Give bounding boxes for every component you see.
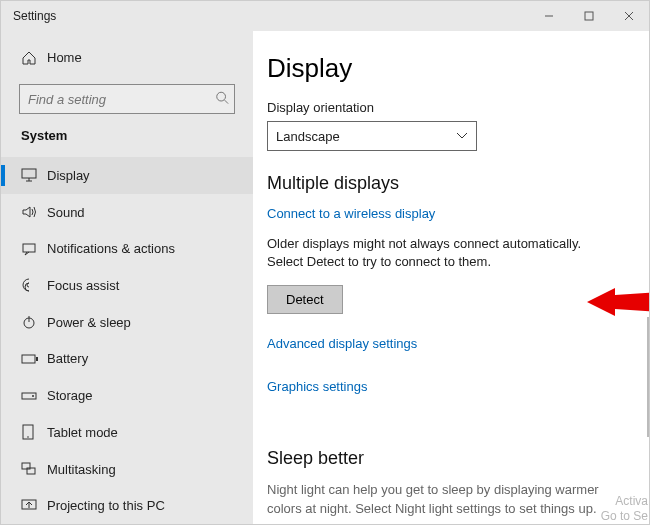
- page-title: Display: [267, 53, 635, 84]
- sidebar-item-power-sleep[interactable]: Power & sleep: [1, 304, 253, 341]
- chevron-down-icon: [456, 130, 468, 142]
- settings-window: Settings Home System: [0, 0, 650, 525]
- storage-icon: [21, 390, 47, 402]
- tablet-icon: [21, 424, 47, 440]
- sidebar-item-label: Power & sleep: [47, 315, 131, 330]
- svg-rect-12: [22, 355, 35, 363]
- sidebar-item-storage[interactable]: Storage: [1, 377, 253, 414]
- close-button[interactable]: [609, 1, 649, 31]
- orientation-label: Display orientation: [267, 100, 635, 115]
- sidebar-item-label: Battery: [47, 351, 88, 366]
- content-pane: Display Display orientation Landscape Mu…: [253, 31, 649, 524]
- orientation-value: Landscape: [276, 129, 340, 144]
- home-nav[interactable]: Home: [1, 41, 253, 74]
- wireless-display-link[interactable]: Connect to a wireless display: [267, 206, 435, 221]
- maximize-button[interactable]: [569, 1, 609, 31]
- sidebar-item-display[interactable]: Display: [1, 157, 253, 194]
- home-label: Home: [47, 50, 82, 65]
- sidebar-item-label: Multitasking: [47, 462, 116, 477]
- minimize-button[interactable]: [529, 1, 569, 31]
- focus-assist-icon: [21, 277, 47, 293]
- notifications-icon: [21, 242, 47, 256]
- sidebar-item-multitasking[interactable]: Multitasking: [1, 451, 253, 488]
- multiple-displays-heading: Multiple displays: [267, 173, 635, 194]
- detect-paragraph: Older displays might not always connect …: [267, 235, 617, 271]
- display-icon: [21, 168, 47, 182]
- sidebar-item-label: Notifications & actions: [47, 241, 175, 256]
- titlebar: Settings: [1, 1, 649, 31]
- sidebar-item-label: Storage: [47, 388, 93, 403]
- sidebar-item-tablet-mode[interactable]: Tablet mode: [1, 414, 253, 451]
- sidebar-item-projecting[interactable]: Projecting to this PC: [1, 487, 253, 524]
- sidebar-item-sound[interactable]: Sound: [1, 194, 253, 231]
- power-icon: [21, 314, 47, 330]
- svg-point-15: [32, 395, 34, 397]
- home-icon: [21, 50, 47, 66]
- sidebar-item-label: Projecting to this PC: [47, 498, 165, 513]
- advanced-display-link[interactable]: Advanced display settings: [267, 336, 417, 351]
- orientation-dropdown[interactable]: Landscape: [267, 121, 477, 151]
- projecting-icon: [21, 499, 47, 513]
- svg-line-5: [225, 100, 229, 104]
- scrollbar[interactable]: [647, 317, 649, 437]
- sleep-paragraph: Night light can help you get to sleep by…: [267, 481, 627, 517]
- svg-point-4: [217, 92, 226, 101]
- sidebar-item-notifications[interactable]: Notifications & actions: [1, 230, 253, 267]
- search-icon: [215, 91, 229, 108]
- svg-point-17: [27, 436, 29, 438]
- detect-button[interactable]: Detect: [267, 285, 343, 314]
- graphics-settings-link[interactable]: Graphics settings: [267, 379, 367, 394]
- sidebar-item-battery[interactable]: Battery: [1, 341, 253, 378]
- svg-rect-9: [23, 244, 35, 252]
- search-input[interactable]: [19, 84, 235, 114]
- multitasking-icon: [21, 462, 47, 476]
- sidebar-item-focus-assist[interactable]: Focus assist: [1, 267, 253, 304]
- window-title: Settings: [13, 9, 56, 23]
- sleep-better-heading: Sleep better: [267, 448, 635, 469]
- sidebar-item-label: Display: [47, 168, 90, 183]
- battery-icon: [21, 353, 47, 365]
- sound-icon: [21, 205, 47, 219]
- sidebar-item-label: Focus assist: [47, 278, 119, 293]
- sidebar-item-label: Tablet mode: [47, 425, 118, 440]
- sidebar: Home System Display Sound Notifications …: [1, 31, 253, 524]
- svg-rect-13: [36, 357, 38, 361]
- sidebar-section-head: System: [1, 128, 253, 143]
- svg-rect-1: [585, 12, 593, 20]
- svg-rect-6: [22, 169, 36, 178]
- sidebar-item-label: Sound: [47, 205, 85, 220]
